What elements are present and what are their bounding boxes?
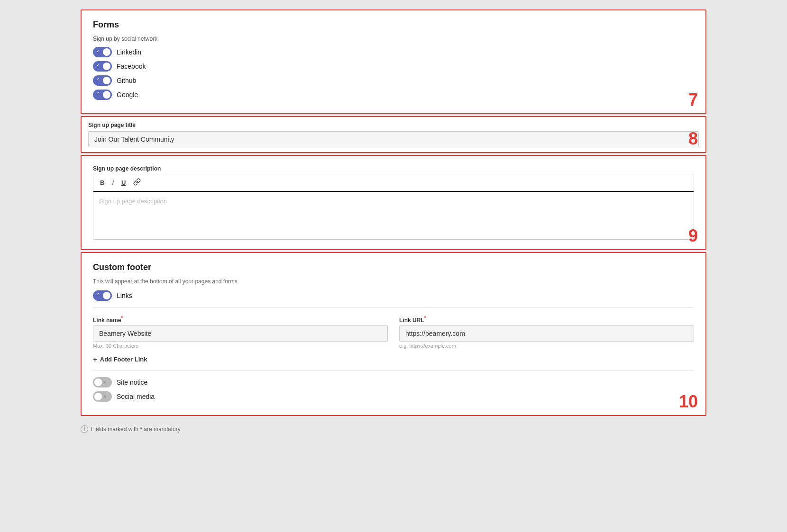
rte-toolbar: B I U — [93, 174, 694, 192]
custom-footer-section: Custom footer This will appear at the bo… — [81, 252, 706, 416]
signup-title-input[interactable] — [88, 131, 699, 147]
link-url-input[interactable] — [399, 325, 694, 342]
custom-footer-title: Custom footer — [93, 262, 694, 272]
divider — [93, 307, 694, 308]
facebook-toggle-row: ✓ Facebook — [93, 61, 694, 72]
github-toggle-row: ✓ Github — [93, 75, 694, 86]
link-name-input[interactable] — [93, 325, 388, 342]
forms-section: Forms Sign up by social network ✓ Linked… — [81, 9, 706, 114]
links-toggle[interactable]: ✓ — [93, 290, 112, 301]
page-wrapper: Forms Sign up by social network ✓ Linked… — [81, 9, 706, 436]
signup-title-label: Sign up page title — [88, 122, 699, 128]
link-name-group: Link name* Max. 30 Characters — [93, 316, 388, 349]
link-button[interactable] — [131, 177, 143, 188]
section-number-8: 8 — [688, 130, 698, 147]
toggle-knob — [103, 292, 110, 299]
plus-icon: + — [93, 355, 97, 363]
link-url-hint: e.g. https://example.com — [399, 343, 694, 349]
facebook-label: Facebook — [117, 63, 146, 70]
toggle-knob — [94, 393, 102, 400]
custom-footer-description: This will appear at the bottom of all yo… — [93, 278, 694, 285]
toggle-knob — [103, 77, 110, 84]
signup-title-section: Sign up page title 8 — [81, 116, 706, 153]
add-footer-link-button[interactable]: + Add Footer Link — [93, 355, 147, 363]
add-footer-link-label: Add Footer Link — [100, 356, 147, 363]
social-media-toggle-row: ✕ Social media — [93, 391, 694, 402]
links-fields-row: Link name* Max. 30 Characters Link URL* … — [93, 316, 694, 349]
links-toggle-row: ✓ Links — [93, 290, 694, 301]
info-icon: i — [81, 425, 88, 433]
social-media-toggle[interactable]: ✕ — [93, 391, 112, 402]
section-number-7: 7 — [688, 91, 698, 108]
bottom-hint-text: Fields marked with * are mandatory — [91, 426, 181, 433]
link-name-label: Link name* — [93, 316, 388, 324]
link-name-hint: Max. 30 Characters — [93, 343, 388, 349]
signup-description-section: Sign up page description B I U Sign up p… — [81, 155, 706, 250]
facebook-toggle[interactable]: ✓ — [93, 61, 112, 72]
toggle-check-icon: ✓ — [96, 91, 100, 96]
section-number-9: 9 — [688, 227, 698, 244]
links-label: Links — [117, 292, 132, 299]
social-media-label: Social media — [117, 393, 155, 400]
italic-button[interactable]: I — [110, 178, 116, 187]
google-toggle[interactable]: ✓ — [93, 90, 112, 100]
site-notice-label: Site notice — [117, 379, 147, 386]
linkedin-toggle[interactable]: ✓ — [93, 47, 112, 57]
toggle-x-icon: ✕ — [103, 380, 107, 385]
toggle-knob — [94, 379, 102, 386]
site-notice-toggle[interactable]: ✕ — [93, 377, 112, 388]
toggle-knob — [103, 91, 110, 99]
bottom-hint: i Fields marked with * are mandatory — [81, 423, 706, 436]
toggle-check-icon: ✓ — [96, 77, 100, 81]
site-notice-toggle-row: ✕ Site notice — [93, 377, 694, 388]
google-toggle-row: ✓ Google — [93, 90, 694, 100]
toggle-check-icon: ✓ — [96, 63, 100, 67]
forms-title: Forms — [93, 20, 694, 30]
bold-button[interactable]: B — [98, 178, 106, 187]
github-toggle[interactable]: ✓ — [93, 75, 112, 86]
link-url-label: Link URL* — [399, 316, 694, 324]
rte-body[interactable]: Sign up page description — [93, 192, 694, 239]
linkedin-label: Linkedin — [117, 48, 141, 56]
link-url-group: Link URL* e.g. https://example.com — [399, 316, 694, 349]
linkedin-toggle-row: ✓ Linkedin — [93, 47, 694, 57]
section-number-10: 10 — [679, 393, 698, 410]
toggle-check-icon: ✓ — [96, 292, 100, 297]
toggle-knob — [103, 48, 110, 56]
underline-button[interactable]: U — [119, 178, 128, 187]
github-label: Github — [117, 77, 136, 84]
toggle-knob — [103, 63, 110, 70]
rte-editor: B I U Sign up page description — [93, 174, 694, 240]
toggle-check-icon: ✓ — [96, 48, 100, 53]
forms-subtitle: Sign up by social network — [93, 36, 694, 42]
toggle-x-icon: ✕ — [103, 394, 107, 399]
divider-2 — [93, 370, 694, 370]
google-label: Google — [117, 91, 138, 99]
signup-description-label: Sign up page description — [93, 165, 694, 172]
